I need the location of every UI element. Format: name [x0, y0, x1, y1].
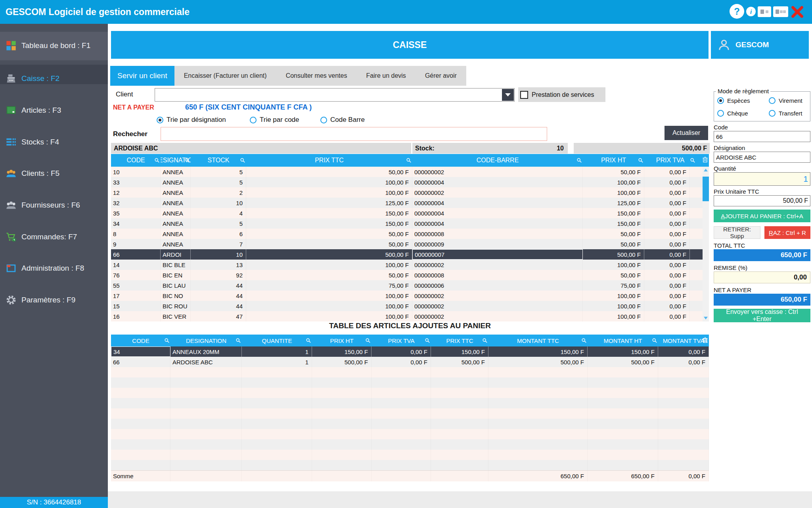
tab-1[interactable]: Servir un client — [110, 66, 174, 86]
radio-icon[interactable] — [717, 110, 724, 117]
unit-price-input[interactable]: 500,00 F — [714, 195, 810, 206]
remise-input[interactable]: 0,00 — [714, 271, 810, 283]
table-row[interactable] — [111, 439, 709, 450]
add-to-cart-button[interactable]: AJOUTER AU PANIER : Ctrl+A — [714, 210, 810, 222]
column-header[interactable]: PRIX HT — [583, 154, 644, 167]
payment-radio-espèces[interactable]: Espèces — [717, 97, 750, 104]
sidebar-item-7[interactable]: Commandes: F7 — [6, 229, 77, 245]
column-header[interactable]: CODE — [111, 335, 170, 346]
table-row[interactable]: 32ANNEA10125,00 F000000004125,00 F0,00 F — [111, 198, 703, 208]
radio-icon[interactable] — [320, 117, 327, 123]
table-row[interactable]: 55BIC LAU4475,00 F00000000675,00 F0,00 F — [111, 280, 703, 291]
sidebar-item-6[interactable]: Fournisseurs : F6 — [6, 197, 80, 213]
sidebar-item-2[interactable]: Caisse : F2 — [6, 71, 59, 87]
table-row[interactable]: 34ANNEAUX 20MM1150,00 F0,00 F150,00 F150… — [111, 346, 709, 357]
search-icon[interactable] — [236, 338, 241, 343]
table-row[interactable]: 34ANNEA5150,00 F000000004150,00 F0,00 F — [111, 218, 703, 229]
column-header[interactable]: MONTANT TVA — [658, 335, 709, 346]
sidebar-item-1[interactable]: Tableau de bord : F1 — [6, 38, 90, 54]
column-header[interactable]: MONTANT TTC — [488, 335, 588, 346]
table-row[interactable]: 10ANNEA550,00 F00000000250,00 F0,00 F — [111, 167, 703, 177]
info-icon[interactable]: i — [746, 7, 756, 16]
trash-icon[interactable] — [703, 337, 708, 344]
tab-4[interactable]: Faire un devis — [356, 66, 416, 86]
tab-3[interactable]: Consulter mes ventes — [276, 66, 357, 86]
sidebar-item-4[interactable]: Stocks : F4 — [6, 134, 59, 150]
table-row[interactable]: 66ARDOI10500,00 F000000007500,00 F0,00 F — [111, 249, 703, 260]
column-header[interactable]: DESIGNATION — [161, 154, 191, 167]
remove-button[interactable]: RETIRER: Supp — [714, 226, 760, 239]
table-row[interactable]: 15BIC ROU44100,00 F000000002100,00 F0,00… — [111, 301, 703, 311]
radio-icon[interactable] — [250, 117, 257, 123]
refresh-button[interactable]: Actualiser — [665, 126, 708, 140]
scrollbar-thumb[interactable] — [703, 177, 709, 201]
sort-radio-2[interactable]: Trie par code — [250, 116, 299, 124]
quantity-input[interactable]: 1 — [714, 172, 810, 186]
radio-icon[interactable] — [769, 110, 776, 117]
code-input[interactable]: 66 — [714, 131, 810, 142]
sidebar-item-3[interactable]: Articles : F3 — [6, 102, 61, 118]
send-to-cash-button[interactable]: Envoyer vers caisse : Ctrl +Enter — [714, 309, 810, 322]
table-row[interactable] — [111, 388, 709, 398]
table-row[interactable]: 16BIC VER47100,00 F000000002100,00 F0,00… — [111, 311, 703, 321]
scroll-down-icon[interactable] — [704, 317, 708, 319]
table-row[interactable] — [111, 429, 709, 439]
column-header[interactable]: CODE-BARRE — [412, 154, 583, 167]
search-icon[interactable] — [638, 158, 643, 163]
prestation-checkbox[interactable] — [520, 91, 528, 99]
table-row[interactable] — [111, 377, 709, 388]
column-header[interactable]: PRIX TVA — [644, 154, 696, 167]
table-row[interactable]: 12ANNEA2100,00 F000000002100,00 F0,00 F — [111, 187, 703, 198]
search-icon[interactable] — [581, 338, 587, 343]
search-icon[interactable] — [690, 158, 695, 163]
payment-radio-chèque[interactable]: Chèque — [717, 110, 748, 117]
table-row[interactable]: 35ANNEA4150,00 F000000004150,00 F0,00 F — [111, 208, 703, 218]
window-preview-icon-1[interactable] — [758, 6, 771, 17]
column-header[interactable]: MONTANT HT — [588, 335, 658, 346]
table-row[interactable] — [111, 398, 709, 408]
search-icon[interactable] — [240, 158, 245, 163]
raz-button[interactable]: RAZ : Ctrl + R — [764, 226, 810, 239]
column-header[interactable]: DESIGNATION — [170, 335, 242, 346]
table-row[interactable] — [111, 419, 709, 429]
column-header[interactable]: PRIX HT — [312, 335, 372, 346]
help-icon[interactable]: ? — [730, 4, 744, 19]
payment-radio-virement[interactable]: Virement — [769, 97, 802, 104]
column-header[interactable]: PRIX TVA — [372, 335, 431, 346]
search-icon[interactable] — [652, 338, 657, 343]
payment-radio-transfert[interactable]: Transfert — [769, 110, 802, 117]
radio-icon[interactable] — [769, 97, 776, 104]
sidebar-item-8[interactable]: Administration : F8 — [6, 260, 84, 276]
table-row[interactable]: 8ANNEA650,00 F00000000850,00 F0,00 F — [111, 229, 703, 239]
search-icon[interactable] — [184, 158, 190, 163]
radio-icon[interactable] — [157, 117, 163, 123]
column-header[interactable]: QUANTITE — [242, 335, 312, 346]
search-input[interactable] — [161, 127, 547, 141]
search-icon[interactable] — [306, 338, 311, 343]
somme-row[interactable]: Somme650,00 F650,00 F0,00 F — [111, 470, 709, 481]
table-row[interactable] — [111, 367, 709, 377]
table-row[interactable] — [111, 460, 709, 470]
tab-5[interactable]: Gérer avoir — [416, 66, 466, 86]
sort-radio-1[interactable]: Trie par désignation — [157, 116, 226, 124]
account-box[interactable]: GESCOM — [711, 31, 809, 59]
search-icon[interactable] — [365, 338, 371, 343]
table-row[interactable]: 66ARDOISE ABC1500,00 F0,00 F500,00 F500,… — [111, 357, 709, 367]
search-icon[interactable] — [154, 158, 160, 163]
chevron-down-icon[interactable] — [502, 89, 514, 101]
designation-input[interactable]: ARDOISE ABC — [714, 152, 810, 163]
table-row[interactable] — [111, 450, 709, 460]
sidebar-item-9[interactable]: Paramètres : F9 — [6, 292, 75, 308]
column-header[interactable]: CODE — [111, 154, 161, 167]
window-preview-icon-2[interactable] — [773, 6, 788, 17]
trash-icon[interactable] — [703, 157, 708, 164]
table-row[interactable]: 33ANNEA5100,00 F000000004100,00 F0,00 F — [111, 177, 703, 187]
search-icon[interactable] — [164, 338, 170, 343]
table-row[interactable]: 76BIC EN9250,00 F00000000850,00 F0,00 F — [111, 270, 703, 280]
client-combobox[interactable] — [155, 88, 515, 102]
search-icon[interactable] — [406, 158, 412, 163]
tab-2[interactable]: Encaisser (Facturer un client) — [174, 66, 276, 86]
table-row[interactable]: 14BIC BLE13100,00 F000000002100,00 F0,00… — [111, 260, 703, 270]
articles-scrollbar[interactable] — [703, 167, 709, 321]
search-icon[interactable] — [425, 338, 430, 343]
